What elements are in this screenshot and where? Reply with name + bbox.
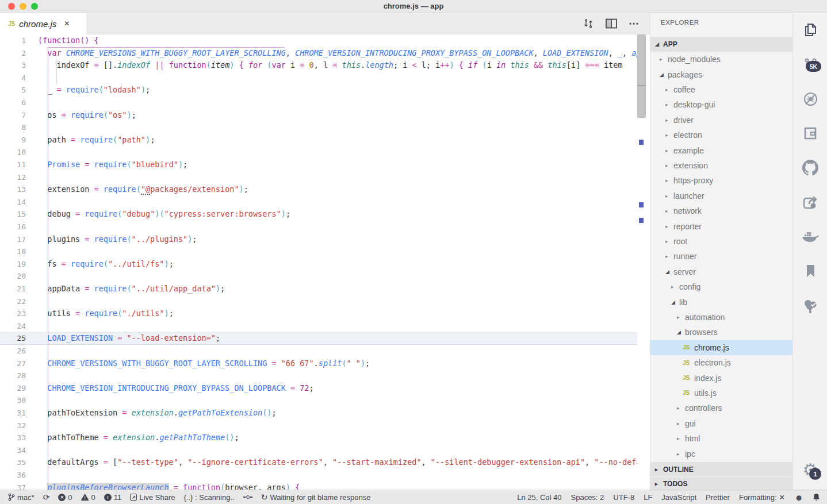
- extensions-icon[interactable]: [793, 122, 827, 145]
- line-number[interactable]: 12: [0, 171, 26, 184]
- line-number[interactable]: 32: [0, 420, 26, 432]
- section-todos[interactable]: ▸ TODOS: [650, 476, 792, 490]
- line-number[interactable]: 8: [0, 121, 26, 134]
- code-line-4[interactable]: [38, 72, 637, 84]
- line-number[interactable]: 13: [0, 183, 26, 196]
- tree-item-root[interactable]: ▸root: [650, 234, 792, 249]
- tree-item-html[interactable]: ▸html: [650, 431, 792, 446]
- status-indentation[interactable]: Spaces: 2: [571, 493, 604, 502]
- line-number[interactable]: 7: [0, 109, 26, 122]
- status-problems-infos[interactable]: i11: [104, 493, 122, 502]
- tree-item-electron[interactable]: ▸electron: [650, 128, 792, 143]
- code-line-9[interactable]: path = require("path");: [38, 134, 637, 147]
- status-formatting-toggle[interactable]: Formatting: ✕: [739, 493, 785, 502]
- line-number[interactable]: 26: [0, 345, 26, 357]
- tree-item-example[interactable]: ▸example: [650, 143, 792, 157]
- code-line-29[interactable]: CHROME_VERSION_INTRODUCING_PROXY_BYPASS_…: [38, 382, 637, 395]
- code-line-18[interactable]: [38, 245, 637, 258]
- tab-chrome-js[interactable]: JS chrome.js ✕: [0, 13, 86, 34]
- line-number[interactable]: 5: [0, 84, 26, 97]
- code-line-2[interactable]: var CHROME_VERSIONS_WITH_BUGGY_ROOT_LAYE…: [38, 47, 637, 60]
- line-number[interactable]: 14: [0, 196, 26, 209]
- line-number[interactable]: 15: [0, 208, 26, 221]
- code-line-32[interactable]: [38, 420, 637, 432]
- tree-item-index.js[interactable]: JSindex.js: [650, 370, 792, 385]
- test-explorer-icon[interactable]: [793, 294, 827, 317]
- code-line-7[interactable]: os = require("os");: [38, 109, 637, 122]
- tree-item-runner[interactable]: ▸runner: [650, 249, 792, 264]
- tree-item-chrome.js[interactable]: JSchrome.js: [650, 340, 792, 355]
- status-feedback-smiley[interactable]: ☻: [794, 493, 803, 502]
- line-number[interactable]: 22: [0, 295, 26, 308]
- tree-item-server[interactable]: ◢server: [650, 264, 792, 279]
- status-git-blame-status[interactable]: ↻Waiting for git blame response: [261, 493, 371, 502]
- tree-item-browsers[interactable]: ◢browsers: [650, 325, 792, 340]
- tree-item-node_modules[interactable]: ▸node_modules: [650, 52, 792, 67]
- status-problems-errors[interactable]: ✕0: [58, 493, 72, 502]
- line-number[interactable]: 36: [0, 469, 26, 482]
- line-number[interactable]: 6: [0, 97, 26, 109]
- code-line-28[interactable]: [38, 370, 637, 382]
- line-number[interactable]: 35: [0, 456, 26, 469]
- code-line-22[interactable]: [38, 295, 637, 308]
- code-line-37[interactable]: pluginsBeforeBrowserLaunch = function(br…: [38, 482, 637, 490]
- line-number[interactable]: 9: [0, 134, 26, 147]
- code-line-30[interactable]: [38, 394, 637, 407]
- status-scanning[interactable]: {..} : Scanning..: [183, 493, 234, 502]
- explorer-icon[interactable]: [793, 18, 827, 41]
- tree-item-utils.js[interactable]: JSutils.js: [650, 386, 792, 401]
- code-line-8[interactable]: [38, 121, 637, 134]
- code-line-31[interactable]: pathToExtension = extension.getPathToExt…: [38, 407, 637, 420]
- code-line-35[interactable]: defaultArgs = ["--test-type", "--ignore-…: [38, 456, 637, 469]
- code-line-5[interactable]: _ = require("lodash");: [38, 84, 637, 97]
- line-number-gutter[interactable]: 1234567891011121314151617181920212223242…: [0, 34, 29, 490]
- code-line-27[interactable]: CHROME_VERSIONS_WITH_BUGGY_ROOT_LAYER_SC…: [38, 357, 637, 370]
- code-line-24[interactable]: [38, 320, 637, 333]
- tree-item-config[interactable]: ▸config: [650, 279, 792, 294]
- line-number[interactable]: 19: [0, 258, 26, 271]
- tab-close-icon[interactable]: ✕: [64, 20, 70, 28]
- status-git-branch[interactable]: mac*: [8, 493, 35, 502]
- status-sync[interactable]: ⟳: [43, 493, 50, 501]
- line-number[interactable]: 1: [0, 34, 26, 47]
- split-editor-icon[interactable]: [606, 18, 617, 29]
- line-number[interactable]: 29: [0, 382, 26, 395]
- status-problems-warnings[interactable]: !0: [81, 493, 95, 502]
- line-number[interactable]: 4: [0, 72, 26, 84]
- status-language-mode[interactable]: JavaScript: [661, 493, 696, 502]
- code-line-13[interactable]: extension = require("@packages/extension…: [38, 183, 637, 196]
- docker-icon[interactable]: [793, 225, 827, 248]
- code-line-14[interactable]: [38, 196, 637, 209]
- tree-item-reporter[interactable]: ▸reporter: [650, 218, 792, 233]
- more-actions-icon[interactable]: ⋯: [629, 17, 640, 30]
- tree-item-controllers[interactable]: ▸controllers: [650, 401, 792, 415]
- code-line-19[interactable]: fs = require("../util/fs");: [38, 258, 637, 271]
- line-number[interactable]: 17: [0, 233, 26, 246]
- section-outline[interactable]: ▸ OUTLINE: [650, 461, 792, 476]
- code-line-23[interactable]: utils = require("./utils");: [38, 307, 637, 320]
- line-number[interactable]: 21: [0, 283, 26, 295]
- code-line-6[interactable]: [38, 97, 637, 109]
- line-number[interactable]: 30: [0, 394, 26, 407]
- status-notifications-bell[interactable]: [813, 493, 820, 501]
- line-number[interactable]: 16: [0, 221, 26, 233]
- line-number[interactable]: 3: [0, 59, 26, 72]
- code-line-17[interactable]: plugins = require("../plugins");: [38, 233, 637, 246]
- section-app[interactable]: ◢ APP: [650, 37, 792, 52]
- line-number[interactable]: 28: [0, 370, 26, 382]
- tree-item-electron.js[interactable]: JSelectron.js: [650, 355, 792, 370]
- status-formatter[interactable]: Prettier: [706, 493, 730, 502]
- line-number[interactable]: 24: [0, 320, 26, 333]
- line-number[interactable]: 33: [0, 432, 26, 444]
- github-icon[interactable]: [793, 156, 827, 179]
- code-line-11[interactable]: Promise = require("bluebird");: [38, 159, 637, 171]
- code-line-25[interactable]: LOAD_EXTENSION = "--load-extension=";: [38, 332, 637, 345]
- line-number[interactable]: 34: [0, 444, 26, 457]
- line-number[interactable]: 27: [0, 357, 26, 370]
- code-line-3[interactable]: indexOf = [].indexOf || function(item) {…: [38, 59, 637, 72]
- code-line-10[interactable]: [38, 146, 637, 159]
- line-number[interactable]: 31: [0, 407, 26, 420]
- tree-item-gui[interactable]: ▸gui: [650, 416, 792, 431]
- line-number[interactable]: 37: [0, 482, 26, 490]
- code-line-1[interactable]: (function() {: [38, 34, 637, 47]
